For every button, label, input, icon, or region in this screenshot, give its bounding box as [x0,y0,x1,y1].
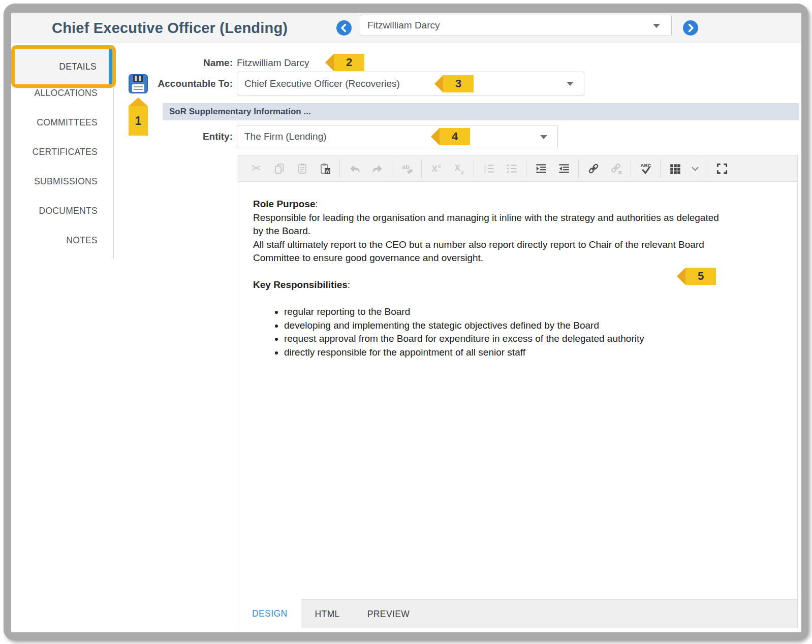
sidebar-item-documents[interactable]: DOCUMENTS [11,196,98,226]
annotation-tag-2: 2 [325,54,364,71]
entity-dropdown[interactable]: The Firm (Lending) [237,125,558,148]
sidebar-item-certificates[interactable]: CERTIFICATES [11,137,98,167]
tab-html[interactable]: HTML [301,600,354,628]
toolbar-separator [631,159,631,178]
annotation-pointer-left [434,75,443,92]
next-person-button[interactable] [683,20,698,36]
editor-text-line: Committee to ensure good governance and … [253,251,762,265]
paste-from-word-icon[interactable]: W [314,155,336,182]
svg-text:2: 2 [461,169,464,175]
page-title: Chief Executive Officer (Lending) [52,13,288,43]
arrow-right-icon [684,21,697,35]
numbered-list-icon[interactable]: 123 [477,155,500,182]
person-selector-dropdown[interactable]: Fitzwilliam Darcy [360,15,672,36]
editor-toolbar: ✂ W ab X2 [238,155,797,182]
annotation-pointer-left [677,268,685,285]
person-selector-value: Fitzwilliam Darcy [367,15,440,36]
toolbar-separator [660,159,661,178]
cut-icon[interactable]: ✂ [245,155,268,182]
sidebar-divider [113,45,114,259]
table-menu-chevron-icon[interactable] [686,155,704,182]
editor-view-tabbar: DESIGN HTML PREVIEW [238,599,797,628]
sidebar-item-committees[interactable]: COMMITTEES [11,108,98,137]
sidebar-item-allocations[interactable]: ALLOCATIONS [11,78,98,108]
svg-text:X: X [454,163,460,172]
editor-content[interactable]: Role Purpose: Responsible for leading th… [238,182,797,600]
chevron-down-icon [567,82,574,86]
outdent-icon[interactable] [552,155,575,182]
list-item: regular reporting to the Board [284,305,762,319]
tab-preview[interactable]: PREVIEW [354,600,424,628]
chevron-down-icon [653,24,660,28]
list-item: developing and implementing the stategic… [284,319,762,333]
subscript-icon[interactable]: X2 [448,155,471,182]
annotation-tag-3: 3 [434,75,474,92]
insert-link-icon[interactable] [582,155,605,182]
svg-text:2: 2 [438,163,441,168]
editor-text-line: Responsible for leading the organisation… [253,211,762,225]
role-purpose-heading: Role Purpose: [253,198,762,211]
insert-table-icon[interactable] [664,155,686,182]
list-item: request approval from the Board for expe… [284,332,762,346]
sidebar-item-submissions[interactable]: SUBMISSIONS [11,167,98,196]
list-item: directly responsible for the appointment… [284,346,762,360]
svg-text:3: 3 [484,170,486,173]
entity-label: Entity: [128,125,233,148]
arrow-left-icon [337,21,351,35]
sidebar-item-notes[interactable]: NOTES [11,226,98,255]
name-label: Name: [128,56,233,70]
entity-value: The Firm (Lending) [244,125,327,148]
annotation-pointer-up [129,98,148,106]
chevron-down-icon [540,135,547,139]
redo-icon[interactable] [366,155,389,182]
rich-text-editor: ✂ W ab X2 [238,155,798,628]
annotation-tag-5: 5 [677,268,716,285]
toolbar-separator [526,159,526,178]
top-header-bar: Chief Executive Officer (Lending) Fitzwi… [11,13,801,43]
toolbar-separator [339,159,340,178]
annotation-tag-4: 4 [431,128,470,145]
remove-format-icon[interactable]: ab [395,155,418,182]
editor-text-line: All staff ultimately report to the CEO b… [253,238,762,252]
bullet-list-icon[interactable] [500,155,523,182]
accountable-to-value: Chief Executive Officer (Recoveries) [244,72,400,95]
active-tab-indicator [109,49,112,84]
svg-text:W: W [325,168,330,173]
annotation-pointer-left [431,128,440,145]
editor-blank-line [253,292,762,306]
editor-text-line: by the Board. [253,224,762,238]
superscript-icon[interactable]: X2 [425,155,448,182]
sor-supplementary-header: SoR Supplementary Information ... [163,103,799,120]
tab-design[interactable]: DESIGN [238,599,301,628]
toolbar-separator [578,159,579,178]
toolbar-separator [474,159,474,178]
remove-link-icon[interactable] [605,155,628,182]
accountable-to-label: Accountable To: [128,72,233,95]
svg-text:ab: ab [402,164,410,171]
toolbar-separator [421,159,422,178]
accountable-to-dropdown[interactable]: Chief Executive Officer (Recoveries) [237,72,584,95]
copy-icon[interactable] [268,155,291,182]
responsibilities-list: regular reporting to the Board developin… [253,305,762,359]
spell-check-icon[interactable]: ABC [634,155,657,182]
indent-icon[interactable] [529,155,552,182]
undo-icon[interactable] [343,155,366,182]
name-value: Fitzwilliam Darcy [237,56,309,70]
paste-icon[interactable] [291,155,314,182]
fullscreen-icon[interactable] [710,155,733,182]
previous-person-button[interactable] [336,20,352,36]
toolbar-separator [392,159,392,178]
annotation-pointer-left [325,54,334,71]
app-window: Chief Executive Officer (Lending) Fitzwi… [11,13,801,632]
toolbar-separator [707,159,707,178]
svg-text:X: X [431,164,437,173]
